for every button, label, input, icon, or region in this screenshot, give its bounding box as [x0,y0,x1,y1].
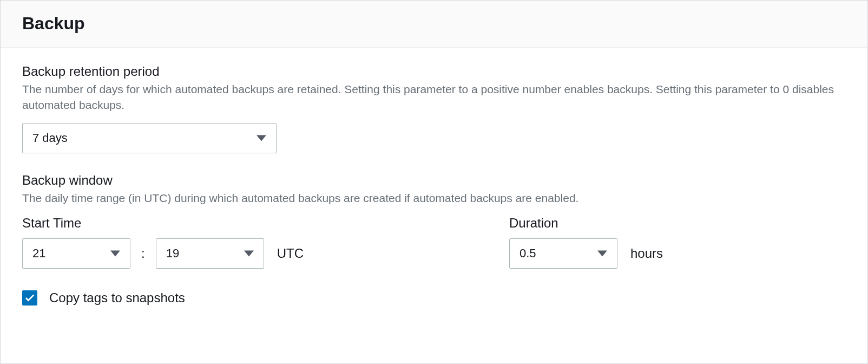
window-row: Start Time 21 : 19 [22,216,846,269]
start-minute-value: 19 [156,246,239,261]
copy-tags-checkbox[interactable] [22,290,37,306]
duration-value: 0.5 [510,246,592,261]
window-label: Backup window [22,173,846,188]
retention-label: Backup retention period [22,64,846,79]
duration-row: 0.5 hours [509,238,663,269]
svg-marker-2 [244,251,254,257]
retention-select[interactable]: 7 days [22,123,277,153]
svg-marker-0 [257,135,266,141]
duration-unit: hours [630,246,663,261]
panel-header: Backup [1,1,867,48]
svg-marker-1 [110,251,120,257]
check-icon [25,294,35,302]
window-description: The daily time range (in UTC) during whi… [22,190,845,206]
retention-select-value: 7 days [23,131,251,145]
caret-down-icon [239,250,264,257]
duration-col: Duration 0.5 hours [509,216,663,269]
timezone-label: UTC [277,246,304,261]
copy-tags-row: Copy tags to snapshots [22,290,846,306]
duration-select[interactable]: 0.5 [509,238,617,269]
panel-body: Backup retention period The number of da… [1,48,867,322]
start-hour-select[interactable]: 21 [22,238,130,269]
start-hour-value: 21 [23,246,105,261]
copy-tags-label: Copy tags to snapshots [49,290,185,306]
start-time-row: 21 : 19 UTC [22,238,304,269]
duration-label: Duration [509,216,663,231]
panel-title: Backup [22,14,846,34]
start-time-col: Start Time 21 : 19 [22,216,304,269]
backup-panel: Backup Backup retention period The numbe… [0,0,868,364]
caret-down-icon [592,250,617,257]
caret-down-icon [251,135,276,141]
caret-down-icon [105,250,130,257]
start-minute-select[interactable]: 19 [156,238,264,269]
time-colon: : [141,246,145,261]
window-section: Backup window The daily time range (in U… [22,173,846,269]
start-time-label: Start Time [22,216,304,231]
retention-description: The number of days for which automated b… [22,81,845,113]
svg-marker-3 [597,251,607,257]
retention-section: Backup retention period The number of da… [22,64,846,153]
